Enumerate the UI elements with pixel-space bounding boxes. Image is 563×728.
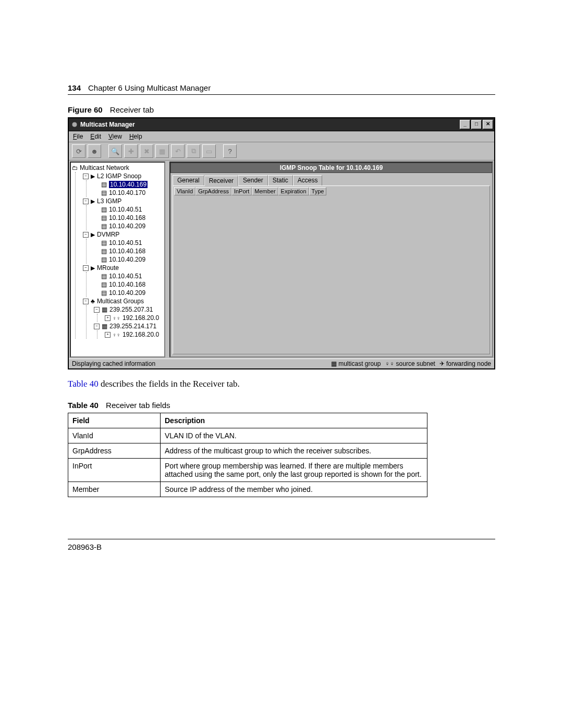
expand-icon[interactable]: − bbox=[83, 199, 89, 204]
expand-icon[interactable]: − bbox=[83, 299, 89, 304]
titlebar[interactable]: Multicast Manager _ □ ✕ bbox=[69, 118, 494, 131]
expand-icon[interactable]: + bbox=[105, 332, 111, 338]
tree-leaf-label: 10.10.40.170 bbox=[109, 189, 145, 196]
menu-file[interactable]: File bbox=[73, 133, 83, 140]
tree-leaf[interactable]: ▤10.10.40.168 bbox=[94, 214, 163, 222]
expand-icon[interactable]: − bbox=[94, 324, 100, 329]
menu-edit[interactable]: Edit bbox=[90, 133, 101, 140]
device-icon: ▤ bbox=[101, 223, 107, 230]
tab-body: VlanIdGrpAddressInPortMemberExpirationTy… bbox=[173, 186, 490, 354]
tree-leaf[interactable]: ▤10.10.40.51 bbox=[94, 205, 163, 214]
tree-leaf[interactable]: ▤10.10.40.168 bbox=[94, 280, 163, 289]
tree-leaf-label: 192.168.20.0 bbox=[123, 331, 159, 338]
body-text-after: describes the fields in the Receiver tab… bbox=[99, 379, 240, 389]
column-header[interactable]: InPort bbox=[231, 187, 252, 195]
minimize-button[interactable]: _ bbox=[460, 120, 470, 129]
doc-id: 208963-B bbox=[68, 542, 102, 551]
tree-group-label: Multicast Groups bbox=[97, 298, 144, 305]
tree-subgroup[interactable]: −▦239.255.214.171 bbox=[94, 322, 163, 330]
pane-title: IGMP Snoop Table for 10.10.40.169 bbox=[170, 163, 492, 173]
tree-leaf[interactable]: ▤10.10.40.170 bbox=[94, 189, 163, 197]
tree-leaf-label: 192.168.20.0 bbox=[123, 314, 159, 322]
splitter[interactable] bbox=[166, 161, 168, 359]
expand-icon[interactable]: − bbox=[94, 307, 100, 313]
copy-icon[interactable]: ⧉ bbox=[187, 144, 200, 158]
zoom-icon[interactable]: 🔍 bbox=[108, 144, 122, 158]
tree-leaf[interactable]: ▤10.10.40.209 bbox=[94, 255, 163, 264]
tree-group-label: L3 IGMP bbox=[97, 198, 121, 205]
tree-leaf[interactable]: ▤10.10.40.209 bbox=[94, 222, 163, 230]
tree-group[interactable]: −▶L3 IGMP bbox=[83, 197, 163, 205]
tab-access[interactable]: Access bbox=[293, 175, 323, 186]
table-title: Receiver tab fields bbox=[106, 401, 170, 410]
table-row: InPortPort where group membership was le… bbox=[68, 459, 427, 482]
tree-group[interactable]: −♣Multicast Groups bbox=[83, 297, 163, 305]
tree-leaf[interactable]: ▤10.10.40.51 bbox=[94, 272, 163, 280]
tree-leaf[interactable]: +♀♀192.168.20.0 bbox=[105, 330, 163, 339]
tab-static[interactable]: Static bbox=[268, 175, 293, 186]
source-subnet-icon: ♀♀ bbox=[385, 360, 395, 367]
cell-field: VlanId bbox=[68, 428, 161, 443]
tab-receiver[interactable]: Receiver bbox=[204, 176, 238, 186]
menu-view[interactable]: View bbox=[108, 133, 122, 140]
arrow-icon: ▶ bbox=[91, 198, 95, 205]
tree-leaf-label: 10.10.40.168 bbox=[109, 214, 145, 221]
close-button[interactable]: ✕ bbox=[483, 120, 493, 129]
tree-leaf-label: 10.10.40.51 bbox=[109, 206, 142, 213]
column-header[interactable]: Type bbox=[309, 187, 327, 195]
arrow-icon: ▶ bbox=[91, 231, 95, 238]
table-row: MemberSource IP address of the member wh… bbox=[68, 482, 427, 497]
multicast-group-icon: ▦ bbox=[102, 306, 107, 313]
tree-leaf-label: 10.10.40.51 bbox=[109, 273, 142, 280]
tree-subgroup[interactable]: −▦239.255.207.31 bbox=[94, 305, 163, 314]
statusbar: Displaying cached information ▦multicast… bbox=[69, 359, 494, 368]
expand-icon[interactable]: − bbox=[83, 232, 89, 238]
device-icon: ▤ bbox=[101, 189, 107, 196]
refresh-icon[interactable]: ⟳ bbox=[72, 144, 85, 158]
tree-leaf-label: 10.10.40.209 bbox=[109, 256, 145, 263]
group-icon[interactable]: ▦ bbox=[155, 144, 169, 158]
multicast-manager-window: Multicast Manager _ □ ✕ File Edit View H… bbox=[68, 117, 495, 369]
tab-sender[interactable]: Sender bbox=[238, 175, 268, 186]
help-icon[interactable]: ? bbox=[223, 144, 237, 158]
delete-icon[interactable]: ✖ bbox=[140, 144, 153, 158]
tab-general[interactable]: General bbox=[173, 175, 204, 186]
tree-root[interactable]: 🗀 Multicast Network bbox=[72, 164, 163, 172]
column-header[interactable]: GrpAddress bbox=[195, 187, 231, 195]
column-header[interactable]: Member bbox=[252, 187, 278, 195]
tree-pane[interactable]: 🗀 Multicast Network −▶L2 IGMP Snoop▤10.1… bbox=[70, 162, 165, 357]
expand-icon[interactable]: − bbox=[83, 265, 89, 271]
tree-leaf[interactable]: ▤10.10.40.209 bbox=[94, 289, 163, 297]
tree-subgroup-label: 239.255.214.171 bbox=[109, 323, 156, 330]
tree-group[interactable]: −▶L2 IGMP Snoop bbox=[83, 172, 163, 180]
tree-group[interactable]: −▶MRoute bbox=[83, 264, 163, 272]
table-link[interactable]: Table 40 bbox=[68, 379, 99, 389]
menu-help[interactable]: Help bbox=[129, 133, 142, 140]
maximize-button[interactable]: □ bbox=[471, 120, 482, 129]
footer: 208963-B bbox=[68, 539, 495, 551]
device-icon: ▤ bbox=[101, 181, 107, 188]
cell-description: VLAN ID of the VLAN. bbox=[161, 428, 427, 443]
table-caption: Table 40 Receiver tab fields bbox=[68, 401, 495, 410]
file-icon[interactable]: ▭ bbox=[202, 144, 216, 158]
column-headers: VlanIdGrpAddressInPortMemberExpirationTy… bbox=[174, 187, 488, 195]
tree-leaf[interactable]: ▤10.10.40.168 bbox=[94, 247, 163, 255]
expand-icon[interactable]: − bbox=[83, 174, 89, 179]
fields-table: Field Description VlanIdVLAN ID of the V… bbox=[68, 413, 427, 497]
alien-icon[interactable]: ☻ bbox=[88, 144, 101, 158]
tree-leaf[interactable]: ▤10.10.40.51 bbox=[94, 239, 163, 247]
plus-icon[interactable]: ✚ bbox=[124, 144, 138, 158]
tree-group-label: L2 IGMP Snoop bbox=[97, 172, 141, 180]
column-header[interactable]: VlanId bbox=[174, 187, 195, 195]
column-header[interactable]: Expiration bbox=[278, 187, 309, 195]
expand-icon[interactable]: + bbox=[105, 315, 111, 321]
tree-leaf-label: 10.10.40.209 bbox=[109, 289, 145, 297]
device-icon: ▤ bbox=[101, 273, 107, 280]
tree-leaf[interactable]: +♀♀192.168.20.0 bbox=[105, 314, 163, 322]
window-title: Multicast Manager bbox=[80, 121, 459, 128]
device-icon: ▤ bbox=[101, 281, 107, 288]
tree-group[interactable]: −▶DVMRP bbox=[83, 230, 163, 239]
back-icon[interactable]: ↶ bbox=[171, 144, 185, 158]
cell-description: Source IP address of the member who join… bbox=[161, 482, 427, 497]
tree-leaf[interactable]: ▤10.10.40.169 bbox=[94, 180, 163, 189]
